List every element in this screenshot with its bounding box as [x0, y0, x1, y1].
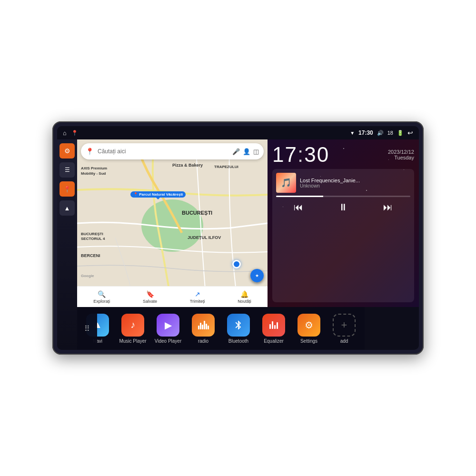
time-separator: :: [298, 143, 304, 166]
mic-icon[interactable]: 🎤: [232, 148, 240, 155]
map-pin-sidebar-icon: 📍: [63, 186, 71, 193]
music-widget: 🎵 Lost Frequencies_Janie... Unknown: [272, 169, 414, 302]
map-label-google: Google: [81, 274, 94, 278]
pause-btn[interactable]: ⏸: [335, 200, 352, 215]
sidebar-menu-btn[interactable]: ☰: [60, 162, 75, 178]
music-text: Lost Frequencies_Janie... Unknown: [300, 178, 410, 188]
prev-btn[interactable]: ⏮: [290, 200, 307, 215]
app-video-player[interactable]: ▶Video Player: [151, 314, 185, 344]
send-icon: ↗: [195, 290, 200, 298]
map-label-pizza: Pizza & Bakery: [172, 163, 203, 168]
album-art: 🎵: [276, 173, 296, 193]
grid-dots-icon[interactable]: ⠿: [84, 324, 90, 333]
music-controls: ⏮ ⏸ ⏭: [276, 200, 410, 215]
app-icon-4: [227, 314, 250, 337]
music-info-row: 🎵 Lost Frequencies_Janie... Unknown: [276, 173, 410, 193]
map-search-icons: 🎤 👤 ◫: [232, 148, 259, 155]
saved-label: Salvate: [143, 299, 157, 304]
map-label-berceni: BERCENI: [81, 253, 100, 258]
battery-level: 18: [387, 130, 393, 136]
progress-bar[interactable]: [276, 196, 410, 197]
next-btn[interactable]: ⏭: [379, 200, 397, 215]
center-area: 📍 Parcul Natural Văcărești AXIS PremiumM…: [77, 139, 419, 350]
grid-sidebar: ⠿: [77, 307, 97, 350]
song-title: Lost Frequencies_Janie...: [300, 178, 410, 183]
app-add[interactable]: +add: [327, 314, 361, 344]
wifi-icon: ▼: [350, 130, 355, 136]
back-icon[interactable]: ↩: [407, 129, 413, 137]
app-label-4: Bluetooth: [228, 338, 248, 344]
sidebar-settings-btn[interactable]: ⚙: [60, 143, 75, 159]
app-bluetooth[interactable]: Bluetooth: [222, 314, 255, 344]
battery-icon: 🔋: [397, 130, 404, 136]
time-hours: 17: [272, 143, 298, 166]
device-screen: ⌂ 📍 ▼ 17:30 🔊 18 🔋 ↩ ⚙ ☰: [57, 126, 419, 350]
map-section[interactable]: 📍 Parcul Natural Văcărești AXIS PremiumM…: [77, 139, 268, 307]
app-radio[interactable]: radio: [187, 314, 220, 344]
map-bottom-bar: 🔍 Explorați 🔖 Salvate ↗ Trimiteți: [77, 286, 268, 307]
device: ⌂ 📍 ▼ 17:30 🔊 18 🔋 ↩ ⚙ ☰: [52, 121, 424, 355]
app-label-1: Music Player: [119, 338, 146, 344]
app-icon-2: ▶: [157, 314, 179, 337]
map-label-bucuresti: BUCUREȘTI: [182, 210, 212, 216]
clock-display: 17:30: [272, 144, 329, 165]
sidebar-maps-btn[interactable]: 📍: [60, 181, 75, 197]
map-canvas: 📍 Parcul Natural Văcărești AXIS PremiumM…: [77, 139, 268, 307]
app-label-3: radio: [198, 338, 208, 344]
status-time: 17:30: [358, 129, 373, 136]
google-maps-icon: 📍: [86, 148, 94, 155]
explore-label: Explorați: [93, 299, 110, 304]
map-send-btn[interactable]: ↗ Trimiteți: [190, 290, 205, 304]
app-label-6: Settings: [300, 338, 317, 344]
day-display: Tuesday: [388, 155, 414, 160]
app-label-2: Video Player: [155, 338, 182, 344]
sidebar-nav-btn[interactable]: ▲: [60, 200, 75, 216]
app-settings[interactable]: ⚙Settings: [292, 314, 326, 344]
volume-icon: 🔊: [377, 130, 384, 136]
app-label-5: Equalizer: [264, 338, 284, 344]
main-content: ⚙ ☰ 📍 ▲: [57, 139, 419, 350]
nav-dot: [232, 260, 241, 268]
map-label-ilfov: JUDEȚUL ILFOV: [188, 235, 221, 240]
map-saved-btn[interactable]: 🔖 Salvate: [143, 290, 157, 304]
status-left: ⌂ 📍: [63, 129, 78, 137]
saved-icon: 🔖: [146, 290, 154, 298]
map-explore-btn[interactable]: 🔍 Explorați: [93, 290, 110, 304]
search-placeholder-text: Căutați aici: [98, 148, 228, 155]
app-icon-6: ⚙: [298, 314, 320, 337]
app-icon-3: [192, 314, 215, 337]
map-fab[interactable]: ★: [250, 269, 264, 282]
app-icon-5: [262, 314, 285, 337]
map-news-btn[interactable]: 🔔 Noutăți: [238, 290, 251, 304]
menu-icon: ☰: [65, 167, 70, 173]
app-icon-1: ♪: [121, 314, 144, 337]
time-section: 17:30 2023/12/12 Tuesday: [272, 144, 414, 165]
layers-icon[interactable]: ◫: [253, 148, 259, 155]
app-grid: ▲Navi♪Music Player▶Video PlayerradioBlue…: [77, 307, 365, 350]
top-row: 📍 Parcul Natural Văcărești AXIS PremiumM…: [77, 139, 419, 307]
status-right: ▼ 17:30 🔊 18 🔋 ↩: [350, 129, 413, 137]
nav-icon: ▲: [64, 205, 70, 212]
date-section: 2023/12/12 Tuesday: [388, 149, 414, 160]
right-panel: 17:30 2023/12/12 Tuesday 🎵: [268, 139, 419, 307]
time-minutes: 30: [304, 143, 329, 166]
profile-icon[interactable]: 👤: [243, 148, 250, 155]
sidebar: ⚙ ☰ 📍 ▲: [57, 139, 77, 350]
home-icon[interactable]: ⌂: [63, 129, 67, 137]
app-music-player[interactable]: ♪Music Player: [116, 314, 149, 344]
map-marker-parcul: 📍 Parcul Natural Văcărești: [130, 191, 186, 198]
settings-icon: ⚙: [64, 147, 70, 155]
status-bar: ⌂ 📍 ▼ 17:30 🔊 18 🔋 ↩: [57, 126, 419, 139]
app-label-7: add: [340, 338, 348, 344]
map-search-bar[interactable]: 📍 Căutați aici 🎤 👤 ◫: [81, 143, 264, 159]
progress-fill: [276, 196, 323, 197]
map-label-sector4: BUCUREȘTISECTORUL 4: [81, 232, 105, 242]
news-label: Noutăți: [238, 299, 251, 304]
app-equalizer[interactable]: Equalizer: [257, 314, 290, 344]
date-display: 2023/12/12: [388, 149, 414, 155]
map-label-axis: AXIS PremiumMobility - Sud: [81, 166, 107, 176]
news-icon: 🔔: [240, 290, 248, 298]
maps-status-icon[interactable]: 📍: [71, 130, 78, 136]
explore-icon: 🔍: [98, 290, 106, 298]
app-grid-row: ▲Navi♪Music Player▶Video PlayerradioBlue…: [77, 307, 419, 350]
